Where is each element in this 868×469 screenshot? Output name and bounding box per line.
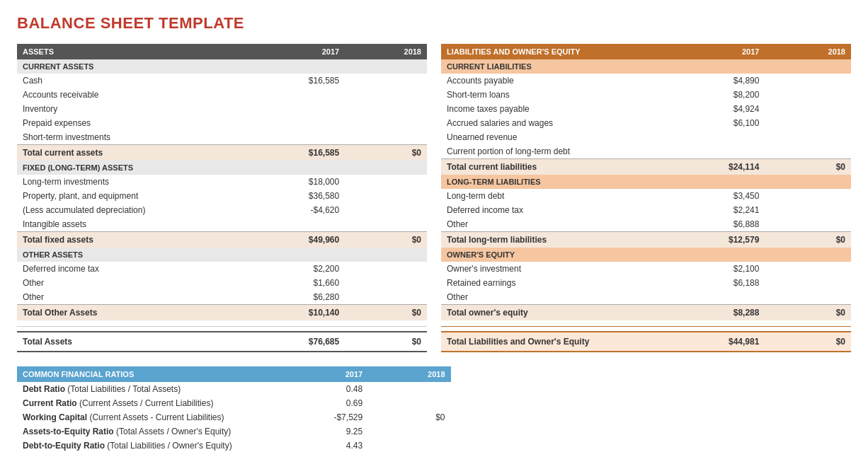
main-tables: ASSETS 2017 2018 CURRENT ASSETS Cash $16… (17, 44, 851, 352)
assets-total-row-2: Total Other Assets $10,140 $0 (17, 305, 427, 321)
assets-grand-total-label: Total Assets (17, 332, 263, 352)
liabilities-grand-total-row: Total Liabilities and Owner's Equity $44… (441, 332, 851, 352)
liabilities-grand-total-2018: $0 (765, 332, 851, 352)
table-row: Short-term loans $8,200 (441, 88, 851, 102)
liabilities-section-header-0: CURRENT LIABILITIES (441, 59, 851, 74)
table-row: Other $6,280 (17, 290, 427, 305)
table-row: Inventory (17, 102, 427, 116)
table-row: Retained earnings $6,188 (441, 276, 851, 290)
table-row: Working Capital (Current Assets - Curren… (17, 410, 451, 424)
table-row: Owner's investment $2,100 (441, 262, 851, 276)
assets-header-2018: 2018 (345, 44, 427, 59)
table-row: Other (441, 290, 851, 305)
liabilities-grand-total-2017: $44,981 (679, 332, 765, 352)
assets-section-header-1: FIXED (LONG-TERM) ASSETS (17, 161, 427, 175)
table-row: Assets-to-Equity Ratio (Total Assets / O… (17, 424, 451, 439)
ratios-header-row: COMMON FINANCIAL RATIOS 2017 2018 (17, 366, 451, 382)
assets-table: ASSETS 2017 2018 CURRENT ASSETS Cash $16… (17, 44, 427, 320)
table-row: Unearned revenue (441, 130, 851, 144)
assets-total-row-0: Total current assets $16,585 $0 (17, 145, 427, 161)
table-row: Debt-to-Equity Ratio (Total Liabilities … (17, 439, 451, 453)
liabilities-section: LIABILITIES AND OWNER'S EQUITY 2017 2018… (441, 44, 851, 352)
assets-section: ASSETS 2017 2018 CURRENT ASSETS Cash $16… (17, 44, 427, 352)
assets-grand-total-table: Total Assets $76,685 $0 (17, 331, 427, 352)
ratios-header-label: COMMON FINANCIAL RATIOS (17, 366, 286, 382)
liabilities-header-row: LIABILITIES AND OWNER'S EQUITY 2017 2018 (441, 44, 851, 59)
table-row: (Less accumulated depreciation) -$4,620 (17, 203, 427, 217)
table-row: Deferred income tax $2,241 (441, 203, 851, 217)
ratios-header-2017: 2017 (286, 366, 368, 382)
table-row: Current portion of long-term debt (441, 144, 851, 159)
table-row: Accrued salaries and wages $6,100 (441, 116, 851, 130)
table-row: Accounts payable $4,890 (441, 74, 851, 88)
table-row: Prepaid expenses (17, 116, 427, 130)
table-row: Property, plant, and equipment $36,580 (17, 189, 427, 203)
assets-total-row-1: Total fixed assets $49,960 $0 (17, 232, 427, 248)
table-row: Short-term investments (17, 130, 427, 145)
table-row: Intangible assets (17, 217, 427, 232)
table-row: Accounts receivable (17, 88, 427, 102)
liabilities-total-row-2: Total owner's equity $8,288 $0 (441, 305, 851, 321)
liabilities-header-2017: 2017 (679, 44, 765, 59)
liabilities-header-label: LIABILITIES AND OWNER'S EQUITY (441, 44, 679, 59)
assets-header-2017: 2017 (263, 44, 345, 59)
assets-grand-total-row: Total Assets $76,685 $0 (17, 332, 427, 352)
liabilities-header-2018: 2018 (765, 44, 851, 59)
liabilities-total-row-1: Total long-term liabilities $12,579 $0 (441, 232, 851, 248)
liabilities-section-header-2: OWNER'S EQUITY (441, 248, 851, 262)
table-row: Other $1,660 (17, 276, 427, 290)
table-row: Income taxes payable $4,924 (441, 102, 851, 116)
liabilities-grand-total-table: Total Liabilities and Owner's Equity $44… (441, 331, 851, 352)
liabilities-grand-total-label: Total Liabilities and Owner's Equity (441, 332, 679, 352)
assets-header-label: ASSETS (17, 44, 263, 59)
assets-section-header-0: CURRENT ASSETS (17, 59, 427, 74)
table-row: Long-term investments $18,000 (17, 175, 427, 189)
table-row: Current Ratio (Current Assets / Current … (17, 396, 451, 410)
table-row: Cash $16,585 (17, 74, 427, 88)
liabilities-table: LIABILITIES AND OWNER'S EQUITY 2017 2018… (441, 44, 851, 320)
ratios-section: COMMON FINANCIAL RATIOS 2017 2018 Debt R… (17, 366, 851, 453)
liabilities-section-header-1: LONG-TERM LIABILITIES (441, 175, 851, 189)
table-row: Debt Ratio (Total Liabilities / Total As… (17, 382, 451, 396)
table-row: Long-term debt $3,450 (441, 189, 851, 203)
ratios-header-2018: 2018 (368, 366, 450, 382)
table-row: Deferred income tax $2,200 (17, 262, 427, 276)
assets-header-row: ASSETS 2017 2018 (17, 44, 427, 59)
ratios-table: COMMON FINANCIAL RATIOS 2017 2018 Debt R… (17, 366, 451, 453)
table-row: Other $6,888 (441, 217, 851, 232)
assets-section-header-2: OTHER ASSETS (17, 248, 427, 262)
page-title: BALANCE SHEET TEMPLATE (17, 14, 851, 33)
assets-grand-total-2018: $0 (345, 332, 427, 352)
liabilities-total-row-0: Total current liabilities $24,114 $0 (441, 159, 851, 175)
assets-grand-total-2017: $76,685 (263, 332, 345, 352)
